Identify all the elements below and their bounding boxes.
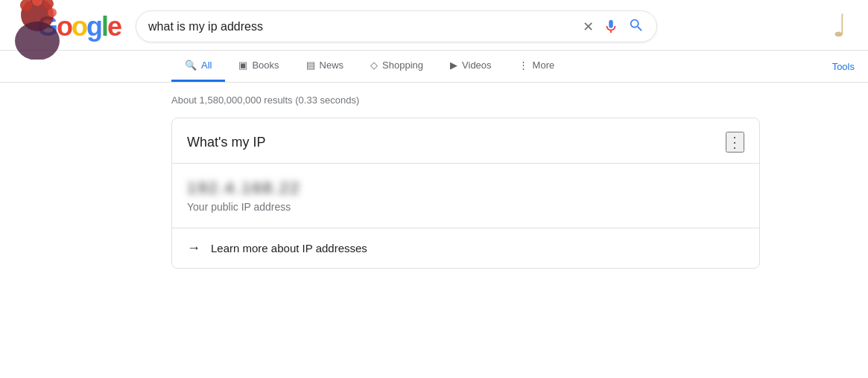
shopping-icon: ◇ xyxy=(370,60,378,71)
tab-shopping[interactable]: ◇ Shopping xyxy=(357,51,437,82)
learn-more-link[interactable]: Learn more about IP addresses xyxy=(211,242,367,254)
ip-card-title: What's my IP xyxy=(187,135,265,150)
news-icon: ▤ xyxy=(306,60,315,71)
google-logo[interactable]: Google xyxy=(37,13,121,40)
videos-icon: ▶ xyxy=(450,60,457,71)
clear-icon: ✕ xyxy=(583,19,594,35)
books-icon: ▣ xyxy=(238,60,247,71)
ip-address-value: 192.4.168.22 xyxy=(187,179,744,198)
voice-search-button[interactable] xyxy=(603,19,619,35)
all-icon: 🔍 xyxy=(185,60,197,71)
tools-button[interactable]: Tools xyxy=(819,52,868,81)
clear-button[interactable]: ✕ xyxy=(583,19,594,35)
search-input[interactable]: what is my ip address xyxy=(148,20,575,33)
ip-info-card: What's my IP ⋮ 192.4.168.22 Your public … xyxy=(171,118,760,269)
tab-books[interactable]: ▣ Books xyxy=(225,51,292,82)
tab-more[interactable]: ⋮ More xyxy=(505,51,568,82)
search-bar-container: what is my ip address ✕ xyxy=(136,10,657,42)
search-tabs: 🔍 All ▣ Books ▤ News ◇ Shopping ▶ Videos… xyxy=(0,51,868,83)
search-button[interactable] xyxy=(628,17,644,36)
card-options-button[interactable]: ⋮ xyxy=(726,132,744,153)
results-area: About 1,580,000,000 results (0.33 second… xyxy=(0,83,868,269)
ip-address-label: Your public IP address xyxy=(187,201,744,213)
more-dots-icon: ⋮ xyxy=(519,60,528,71)
tab-videos[interactable]: ▶ Videos xyxy=(437,51,505,82)
results-count: About 1,580,000,000 results (0.33 second… xyxy=(171,94,868,106)
tab-all[interactable]: 🔍 All xyxy=(171,51,225,82)
tab-news[interactable]: ▤ News xyxy=(293,51,358,82)
arrow-right-icon: → xyxy=(187,240,200,256)
